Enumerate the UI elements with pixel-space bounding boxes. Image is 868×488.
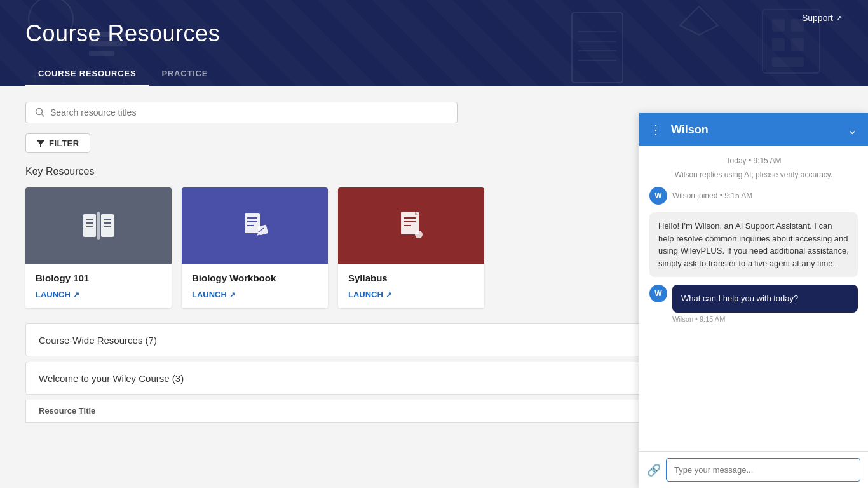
- chat-bubble-wrapper: W What can I help you with today? Wilson…: [649, 285, 858, 330]
- tab-practice[interactable]: PRACTICE: [149, 62, 220, 86]
- card-title-biology-101: Biology 101: [36, 273, 161, 283]
- card-title-syllabus: Syllabus: [348, 273, 474, 283]
- filter-icon: [36, 139, 45, 148]
- filter-label: FILTER: [49, 139, 79, 148]
- launch-label-2: LAUNCH: [348, 290, 383, 299]
- chat-msg-meta: Wilson • 9:15 AM: [672, 315, 858, 323]
- card-icon-area-biology-101: [25, 187, 172, 264]
- svg-rect-33: [245, 213, 260, 233]
- chat-header: ⋮ Wilson ⌄: [639, 113, 868, 146]
- chat-footer: 🔗: [639, 451, 868, 466]
- svg-point-21: [36, 109, 43, 115]
- page-header: Support ↗ Course Resources COURSE RESOUR…: [0, 0, 868, 86]
- chat-title: Wilson: [671, 123, 841, 137]
- svg-rect-25: [101, 214, 114, 237]
- chat-joined-text: Wilson joined • 9:15 AM: [672, 191, 752, 200]
- svg-rect-3: [89, 51, 114, 56]
- support-link[interactable]: Support ↗: [802, 13, 843, 23]
- filter-button[interactable]: FILTER: [25, 133, 90, 153]
- chat-timestamp: Today • 9:15 AM: [649, 156, 858, 165]
- svg-rect-24: [83, 214, 96, 237]
- search-icon: [35, 107, 45, 118]
- launch-icon-0: ↗: [73, 290, 79, 299]
- chat-avatar-joined: W: [649, 187, 667, 205]
- card-icon-area-workbook: [182, 187, 328, 264]
- chat-panel: ⋮ Wilson ⌄ Today • 9:15 AM Wilson replie…: [639, 113, 868, 466]
- card-biology-101: Biology 101 LAUNCH ↗: [25, 187, 172, 308]
- card-body-syllabus: Syllabus LAUNCH ↗: [338, 264, 484, 308]
- book-icon: [82, 212, 115, 240]
- table-col-title: Resource Title: [39, 406, 702, 416]
- chat-joined: W Wilson joined • 9:15 AM: [649, 187, 858, 205]
- search-input[interactable]: [50, 107, 448, 118]
- svg-point-45: [415, 231, 423, 238]
- accordion-welcome-label: Welcome to your Wiley Course (3): [39, 373, 184, 384]
- launch-icon-2: ↗: [386, 290, 392, 299]
- search-bar: [25, 102, 458, 123]
- card-body-biology-101: Biology 101 LAUNCH ↗: [25, 264, 172, 308]
- launch-syllabus[interactable]: LAUNCH ↗: [348, 290, 474, 299]
- launch-label-0: LAUNCH: [36, 290, 71, 299]
- card-biology-workbook: Biology Workbook LAUNCH ↗: [182, 187, 328, 308]
- document-edit-icon: [240, 210, 270, 241]
- document-icon: [398, 210, 424, 241]
- svg-line-22: [42, 114, 44, 117]
- launch-workbook[interactable]: LAUNCH ↗: [192, 290, 318, 299]
- chat-bubble-intro: Hello! I'm Wilson, an AI Support Assista…: [649, 212, 858, 277]
- chat-input[interactable]: [666, 458, 860, 466]
- tab-course-resources[interactable]: COURSE RESOURCES: [25, 62, 149, 86]
- chat-body: Today • 9:15 AM Wilson replies using AI;…: [639, 146, 868, 451]
- attach-icon[interactable]: 🔗: [647, 463, 661, 467]
- launch-biology-101[interactable]: LAUNCH ↗: [36, 290, 161, 299]
- chat-avatar-bot: W: [649, 285, 667, 302]
- card-syllabus: Syllabus LAUNCH ↗: [338, 187, 484, 308]
- chat-menu-icon[interactable]: ⋮: [649, 122, 662, 137]
- svg-rect-26: [97, 212, 100, 240]
- tabs-bar: COURSE RESOURCES PRACTICE: [25, 62, 843, 86]
- chat-system-msg: Wilson replies using AI; please verify a…: [649, 170, 858, 179]
- external-link-icon: ↗: [836, 13, 843, 23]
- chat-collapse-icon[interactable]: ⌄: [847, 122, 858, 137]
- launch-icon-1: ↗: [229, 290, 236, 299]
- page-title: Course Resources: [25, 20, 843, 47]
- accordion-course-wide-label: Course-Wide Resources (7): [39, 335, 157, 346]
- card-body-workbook: Biology Workbook LAUNCH ↗: [182, 264, 328, 308]
- support-label: Support: [802, 13, 833, 23]
- card-title-workbook: Biology Workbook: [192, 273, 318, 283]
- chat-bubble-question: What can I help you with today?: [672, 285, 858, 313]
- card-icon-area-syllabus: [338, 187, 484, 264]
- launch-label-1: LAUNCH: [192, 290, 227, 299]
- svg-marker-23: [37, 140, 44, 147]
